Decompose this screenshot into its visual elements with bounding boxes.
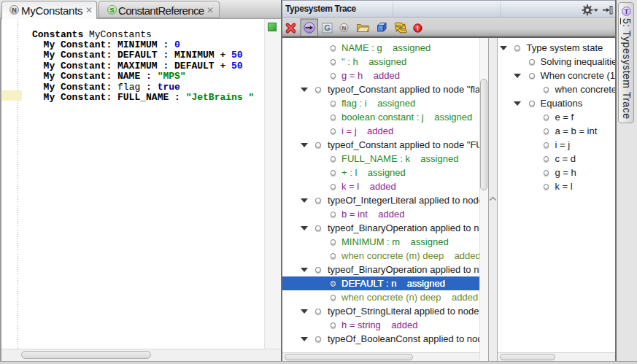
svg-text:!: ! [417,24,419,32]
svg-text:N: N [342,25,347,31]
svg-text:G: G [324,23,331,32]
